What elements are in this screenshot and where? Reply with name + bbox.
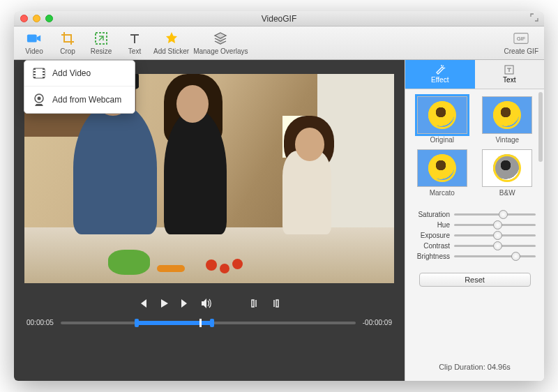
contrast-label: Contrast — [414, 242, 450, 250]
text-button[interactable]: Text — [120, 31, 149, 55]
svg-text:GIF: GIF — [517, 36, 526, 42]
crop-label: Crop — [60, 47, 75, 55]
prev-frame-button[interactable] — [137, 298, 149, 309]
reset-button[interactable]: Reset — [419, 273, 531, 287]
svg-rect-13 — [43, 75, 45, 77]
contrast-slider[interactable] — [454, 245, 536, 247]
video-camera-icon — [27, 31, 42, 46]
video-button[interactable]: Video — [20, 31, 49, 55]
manage-overlays-button[interactable]: Manage Overlays — [193, 31, 248, 55]
play-button[interactable] — [158, 298, 169, 309]
side-panel: Effect Text Original Vintage Marcato B&W… — [405, 60, 544, 381]
playhead[interactable] — [199, 319, 202, 327]
text-panel-icon — [504, 65, 514, 75]
video-label: Video — [25, 47, 43, 55]
effect-marcato[interactable]: Marcato — [412, 149, 472, 197]
playback-controls — [14, 298, 405, 309]
brightness-label: Brightness — [414, 252, 450, 260]
add-webcam-item[interactable]: Add from Webcam — [24, 86, 135, 113]
svg-rect-12 — [43, 73, 45, 74]
trim-handle-end[interactable] — [210, 319, 214, 327]
trim-end-button[interactable] — [270, 298, 281, 309]
resize-label: Resize — [91, 47, 112, 55]
saturation-slider[interactable] — [454, 213, 536, 216]
effect-original-label: Original — [430, 136, 454, 144]
hue-slider[interactable] — [454, 224, 536, 226]
svg-point-15 — [38, 97, 41, 100]
time-right: -00:00:09 — [363, 319, 392, 326]
minimize-window-button[interactable] — [33, 15, 40, 22]
effect-vintage[interactable]: Vintage — [478, 96, 538, 144]
trim-start-button[interactable] — [249, 298, 260, 309]
saturation-label: Saturation — [414, 211, 450, 218]
wand-icon — [435, 65, 446, 75]
tab-text-label: Text — [503, 76, 515, 84]
window-title: VideoGIF — [14, 14, 544, 24]
sticker-label: Add Sticker — [153, 47, 189, 55]
app-window: VideoGIF Video Crop Resize — [14, 11, 544, 381]
overlays-label: Manage Overlays — [193, 47, 248, 55]
add-video-label: Add Video — [52, 68, 91, 78]
scrollbar[interactable] — [538, 92, 543, 162]
create-gif-button[interactable]: GIF Create GIF — [504, 31, 538, 55]
text-icon — [127, 31, 142, 46]
fullscreen-icon[interactable] — [530, 13, 540, 23]
effect-bw-label: B&W — [499, 189, 515, 197]
star-icon — [164, 31, 179, 46]
timeline-track[interactable] — [61, 322, 356, 324]
effect-bw[interactable]: B&W — [478, 149, 538, 197]
zoom-window-button[interactable] — [45, 15, 53, 22]
svg-rect-11 — [43, 70, 45, 71]
svg-rect-10 — [33, 75, 36, 77]
next-frame-button[interactable] — [179, 298, 190, 309]
crop-button[interactable]: Crop — [53, 31, 82, 55]
brightness-slider[interactable] — [454, 255, 536, 257]
add-webcam-label: Add from Webcam — [52, 95, 121, 105]
toolbar: Video Crop Resize Text Add Sticker — [14, 27, 544, 60]
exposure-slider[interactable] — [454, 234, 536, 236]
film-icon — [33, 68, 45, 79]
layers-icon — [213, 31, 228, 46]
add-sticker-button[interactable]: Add Sticker — [153, 31, 189, 55]
effect-original[interactable]: Original — [412, 96, 472, 144]
close-window-button[interactable] — [20, 15, 28, 22]
svg-rect-9 — [33, 73, 36, 74]
effect-vintage-label: Vintage — [495, 136, 519, 144]
create-gif-label: Create GIF — [504, 47, 538, 55]
clip-duration-value: 04.96s — [488, 363, 511, 371]
reset-label: Reset — [465, 276, 485, 284]
volume-button[interactable] — [200, 298, 213, 309]
tab-effect-label: Effect — [431, 76, 448, 84]
trim-handle-start[interactable] — [135, 319, 139, 327]
clip-duration-label: Clip Duration: — [439, 363, 485, 371]
tab-effect[interactable]: Effect — [405, 60, 475, 89]
svg-rect-8 — [33, 70, 36, 71]
svg-rect-0 — [27, 35, 37, 43]
crop-icon — [60, 31, 75, 46]
resize-button[interactable]: Resize — [86, 31, 116, 55]
video-dropdown: Add Video Add from Webcam — [24, 60, 135, 114]
tab-text[interactable]: Text — [475, 60, 545, 89]
timeline: 00:00:05 -00:00:09 — [27, 319, 392, 326]
resize-icon — [93, 31, 109, 46]
gif-icon: GIF — [513, 31, 529, 46]
effect-marcato-label: Marcato — [430, 189, 455, 197]
time-left: 00:00:05 — [27, 319, 54, 326]
titlebar: VideoGIF — [14, 11, 544, 27]
exposure-label: Exposure — [414, 232, 450, 239]
hue-label: Hue — [414, 221, 450, 229]
clip-duration: Clip Duration: 04.96s — [405, 356, 544, 381]
text-label: Text — [128, 47, 141, 55]
webcam-icon — [33, 93, 45, 106]
add-video-item[interactable]: Add Video — [24, 61, 135, 86]
